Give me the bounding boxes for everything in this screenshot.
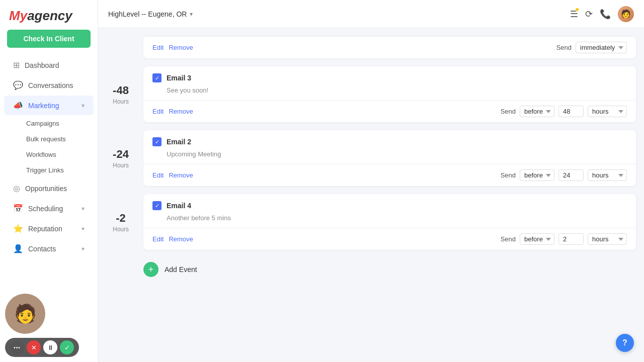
- edit-button[interactable]: Edit: [152, 235, 164, 243]
- location-selector[interactable]: HighLevel -- Eugene, OR ▾: [108, 10, 193, 18]
- email-title: Email 2: [167, 138, 191, 146]
- remove-button[interactable]: Remove: [169, 44, 193, 51]
- email-card-bottom: Edit Remove Send before after hours minu…: [143, 228, 636, 250]
- email-card-top: ✓ Email 3: [143, 66, 636, 86]
- notification-badge: [575, 8, 579, 12]
- add-event-icon: +: [143, 262, 158, 277]
- sidebar-item-label: Marketing: [28, 102, 59, 110]
- sidebar-item-workflows[interactable]: Workflows: [21, 147, 98, 162]
- send-timing-select[interactable]: immediately before after: [576, 42, 627, 53]
- chevron-down-icon: ▾: [190, 11, 193, 18]
- close-button[interactable]: ✕: [27, 340, 41, 354]
- chevron-down-icon: ▾: [82, 102, 85, 109]
- sidebar-item-label: Conversations: [28, 81, 73, 89]
- send-number-input[interactable]: [558, 233, 584, 245]
- edit-button[interactable]: Edit: [152, 108, 164, 115]
- email-subtitle: See you soon!: [143, 86, 636, 100]
- time-unit: Hours: [113, 162, 129, 169]
- remove-button[interactable]: Remove: [169, 235, 193, 243]
- time-unit: Hours: [113, 98, 129, 105]
- edit-button[interactable]: Edit: [152, 44, 164, 51]
- chevron-down-icon: ▾: [82, 205, 85, 212]
- time-value: -48: [113, 84, 129, 97]
- email-card-2: ✓ Email 2 Upcoming Meeting Edit Remove S…: [143, 130, 636, 186]
- contacts-icon: 👤: [13, 244, 23, 253]
- remove-button[interactable]: Remove: [169, 171, 193, 179]
- top-card-actions: Edit Remove Send immediately before afte…: [143, 36, 636, 58]
- scheduling-icon: 📅: [13, 204, 23, 213]
- topbar-icons: ☰ ⟳ 📞 🧑: [570, 6, 634, 22]
- send-controls: Send before after hours minutes days: [501, 233, 627, 245]
- refresh-icon[interactable]: ⟳: [585, 9, 593, 20]
- email-title: Email 4: [167, 202, 191, 210]
- sidebar: Myagency Check In Client ⊞ Dashboard 💬 C…: [0, 0, 98, 362]
- email-card-bottom: Edit Remove Send before after hours minu…: [143, 164, 636, 186]
- sidebar-item-scheduling[interactable]: 📅 Scheduling ▾: [4, 199, 94, 218]
- sidebar-item-marketing[interactable]: 📣 Marketing ▾: [4, 96, 94, 115]
- send-label: Send: [501, 235, 516, 243]
- sidebar-nav: ⊞ Dashboard 💬 Conversations 📣 Marketing …: [0, 55, 98, 259]
- sidebar-item-label: Opportunities: [25, 185, 67, 193]
- pause-button[interactable]: ⏸: [43, 340, 57, 354]
- sidebar-item-opportunities[interactable]: ◎ Opportunities: [4, 178, 94, 198]
- send-unit-select[interactable]: hours minutes days: [588, 233, 627, 245]
- send-controls: Send before after hours minutes days: [501, 106, 627, 117]
- marketing-subnav: Campaigns Bulk requests Workflows Trigge…: [0, 116, 98, 178]
- logo: Myagency: [0, 0, 98, 30]
- conversations-icon: 💬: [13, 80, 23, 90]
- email-subtitle: Another before 5 mins: [143, 214, 636, 228]
- sidebar-item-label: Dashboard: [25, 61, 59, 69]
- send-controls: Send immediately before after: [556, 42, 627, 53]
- send-number-input[interactable]: [558, 106, 584, 117]
- sidebar-item-trigger-links[interactable]: Trigger Links: [21, 162, 98, 178]
- email-card-3: ✓ Email 3 See you soon! Edit Remove Send…: [143, 66, 636, 122]
- sidebar-item-conversations[interactable]: 💬 Conversations: [4, 75, 94, 95]
- email-checkbox[interactable]: ✓: [152, 73, 162, 82]
- time-unit: Hours: [113, 226, 129, 233]
- email-event-row: -48 Hours ✓ Email 3 See you soon! Edit R…: [98, 62, 644, 126]
- email-checkbox[interactable]: ✓: [152, 137, 162, 146]
- sidebar-item-bulk-requests[interactable]: Bulk requests: [21, 131, 98, 147]
- reputation-icon: ⭐: [13, 224, 23, 233]
- sidebar-item-contacts[interactable]: 👤 Contacts ▾: [4, 239, 94, 258]
- opportunities-icon: ◎: [13, 184, 20, 193]
- send-unit-select[interactable]: hours minutes days: [588, 106, 627, 117]
- time-label: -48 Hours: [98, 62, 143, 126]
- send-label: Send: [501, 108, 516, 115]
- send-when-select[interactable]: before after: [520, 106, 554, 117]
- chevron-down-icon: ▾: [82, 245, 85, 252]
- main-content: HighLevel -- Eugene, OR ▾ ☰ ⟳ 📞 🧑 Edit R…: [98, 0, 644, 362]
- marketing-icon: 📣: [13, 101, 23, 110]
- topbar: HighLevel -- Eugene, OR ▾ ☰ ⟳ 📞 🧑: [98, 0, 644, 28]
- confirm-button[interactable]: ✓: [60, 340, 74, 354]
- user-avatar: 🧑: [5, 294, 45, 334]
- time-value: -2: [116, 212, 126, 225]
- email-card-top: ✓ Email 4: [143, 194, 636, 214]
- edit-button[interactable]: Edit: [152, 171, 164, 179]
- email-checkbox[interactable]: ✓: [152, 201, 162, 210]
- send-unit-select[interactable]: hours minutes days: [588, 169, 627, 181]
- email-event-row: -24 Hours ✓ Email 2 Upcoming Meeting Edi…: [98, 126, 644, 190]
- time-label: -24 Hours: [98, 126, 143, 190]
- dashboard-icon: ⊞: [13, 60, 20, 70]
- send-when-select[interactable]: before after: [520, 169, 554, 181]
- email-card-top: ✓ Email 2: [143, 130, 636, 150]
- sidebar-item-dashboard[interactable]: ⊞ Dashboard: [4, 55, 94, 75]
- sidebar-item-label: Scheduling: [28, 205, 63, 213]
- list-icon[interactable]: ☰: [570, 9, 578, 20]
- send-number-input[interactable]: [558, 169, 584, 181]
- account-avatar[interactable]: 🧑: [618, 6, 634, 22]
- more-actions-button[interactable]: •••: [10, 340, 24, 354]
- phone-icon[interactable]: 📞: [600, 9, 611, 20]
- check-in-button[interactable]: Check In Client: [7, 30, 91, 48]
- remove-button[interactable]: Remove: [169, 108, 193, 115]
- help-button[interactable]: ?: [616, 334, 634, 352]
- sidebar-item-label: Reputation: [28, 225, 62, 233]
- send-when-select[interactable]: before after: [520, 233, 554, 245]
- sidebar-item-reputation[interactable]: ⭐ Reputation ▾: [4, 219, 94, 238]
- add-event-row[interactable]: + Add Event: [98, 254, 644, 285]
- add-event-label: Add Event: [165, 265, 197, 274]
- logo-text: Myagency: [9, 8, 72, 24]
- send-controls: Send before after hours minutes days: [501, 169, 627, 181]
- sidebar-item-campaigns[interactable]: Campaigns: [21, 116, 98, 131]
